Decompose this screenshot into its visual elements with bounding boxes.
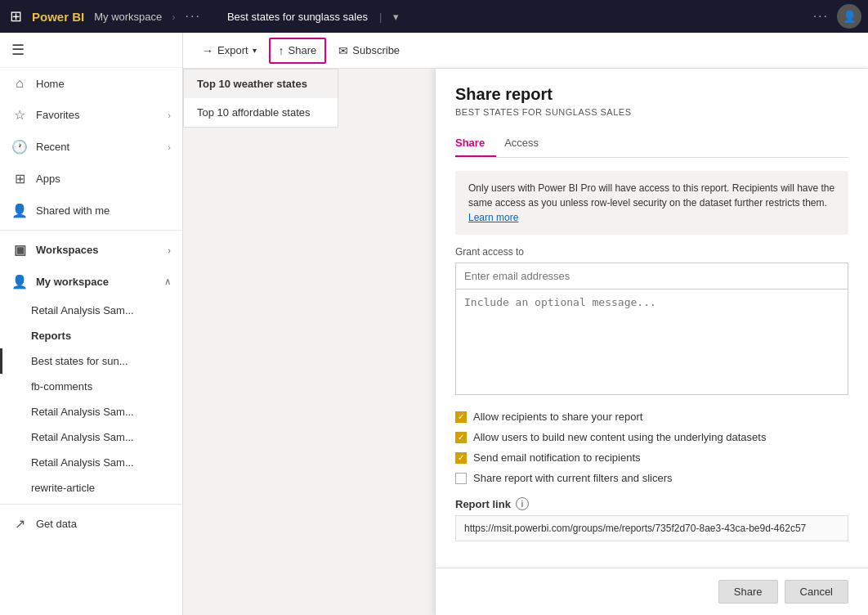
sidebar: ☰ ⌂ Home ☆ Favorites › 🕐 Recent › ⊞ Apps… — [0, 33, 183, 615]
message-textarea[interactable] — [455, 289, 848, 395]
workspace-link[interactable]: My workspace — [94, 11, 162, 23]
share-panel: Share report BEST STATES FOR SUNGLASS SA… — [436, 69, 868, 568]
recent-arrow-icon: › — [168, 142, 171, 152]
favorites-arrow-icon: › — [168, 110, 171, 120]
sidebar-item-favorites-label: Favorites — [36, 109, 79, 121]
learn-more-link[interactable]: Learn more — [468, 212, 518, 223]
breadcrumb-separator: › — [172, 11, 175, 23]
checkbox-send-email-input[interactable]: ✓ — [455, 452, 467, 464]
sidebar-item-apps-label: Apps — [36, 173, 60, 185]
checkbox-share-filters-label: Share report with current filters and sl… — [473, 472, 672, 484]
sidebar-item-favorites[interactable]: ☆ Favorites › — [0, 99, 182, 131]
sidebar-subitem-retail-4[interactable]: Retail Analysis Sam... — [0, 450, 182, 475]
checkbox-allow-share-label: Allow recipients to share your report — [473, 411, 642, 423]
sidebar-item-get-data-label: Get data — [36, 518, 77, 530]
sidebar-subitem-fb-comments[interactable]: fb-comments — [0, 374, 182, 399]
page-item-top-10-affordable[interactable]: Top 10 affordable states — [184, 98, 338, 127]
share-icon: ↑ — [279, 44, 284, 57]
main-layout: ☰ ⌂ Home ☆ Favorites › 🕐 Recent › ⊞ Apps… — [0, 33, 868, 615]
sidebar-toggle-button[interactable]: ☰ — [0, 33, 182, 68]
subscribe-label: Subscribe — [352, 44, 400, 56]
sidebar-item-get-data[interactable]: ↗ Get data — [0, 508, 182, 540]
cancel-button[interactable]: Cancel — [785, 580, 848, 604]
share-tabs: Share Access — [455, 130, 848, 158]
tab-access[interactable]: Access — [504, 130, 550, 157]
report-link-url[interactable]: https://msit.powerbi.com/groups/me/repor… — [455, 515, 848, 541]
checkbox-send-email-label: Send email notification to recipients — [473, 451, 641, 464]
sidebar-subitem-retail-2[interactable]: Retail Analysis Sam... — [0, 399, 182, 424]
title-pipe: | — [379, 11, 382, 23]
checkbox-share-filters: Share report with current filters and sl… — [455, 472, 848, 484]
favorites-icon: ☆ — [11, 107, 28, 123]
email-input[interactable] — [455, 263, 848, 289]
share-panel-overlay: Share report BEST STATES FOR SUNGLASS SA… — [435, 69, 868, 615]
export-chevron-icon: ▾ — [253, 46, 257, 55]
share-panel-subtitle: BEST STATES FOR SUNGLASS SALES — [455, 107, 848, 117]
share-footer: Share Cancel — [436, 568, 868, 615]
report-area: Top 10 weather states Top 10 affordable … — [183, 69, 868, 615]
sidebar-item-my-workspace-label: My workspace — [36, 276, 109, 288]
sidebar-divider — [0, 230, 182, 231]
page-item-top-10-weather[interactable]: Top 10 weather states — [184, 70, 338, 98]
sidebar-item-workspaces[interactable]: ▣ Workspaces › — [0, 234, 182, 266]
sidebar-item-home[interactable]: ⌂ Home — [0, 68, 182, 99]
checkbox-allow-share-input[interactable]: ✓ — [455, 411, 467, 423]
share-info-text: Only users with Power BI Pro will have a… — [468, 182, 834, 209]
my-workspace-arrow-icon: ∧ — [164, 276, 171, 287]
topbar-right: ··· 👤 — [813, 4, 861, 29]
share-panel-title: Share report — [455, 85, 848, 104]
tab-share[interactable]: Share — [455, 130, 496, 157]
get-data-icon: ↗ — [11, 516, 28, 532]
home-icon: ⌂ — [11, 76, 28, 91]
shared-icon: 👤 — [11, 203, 28, 218]
export-icon: → — [202, 44, 213, 57]
sidebar-item-home-label: Home — [36, 78, 65, 90]
sidebar-subitem-reports-header: Reports — [0, 323, 182, 348]
checkbox-allow-build: ✓ Allow users to build new content using… — [455, 431, 848, 443]
sidebar-item-shared-label: Shared with me — [36, 204, 110, 217]
checkbox-allow-build-input[interactable]: ✓ — [455, 432, 467, 443]
report-link-section: Report link i — [455, 497, 848, 510]
topbar-more-options[interactable]: ··· — [186, 9, 201, 24]
sidebar-subitem-rewrite-article[interactable]: rewrite-article — [0, 475, 182, 501]
recent-icon: 🕐 — [11, 139, 28, 155]
sidebar-item-workspaces-label: Workspaces — [36, 244, 98, 256]
workspaces-icon: ▣ — [11, 242, 28, 258]
grant-access-label: Grant access to — [455, 246, 848, 258]
my-workspace-subitems: Retail Analysis Sam... Reports Best stat… — [0, 298, 182, 501]
sidebar-subitem-best-states[interactable]: Best states for sun... — [0, 348, 182, 374]
sidebar-item-recent-label: Recent — [36, 141, 69, 153]
topbar-ellipsis-icon[interactable]: ··· — [813, 9, 829, 24]
report-link-label: Report link — [455, 498, 511, 510]
subscribe-button[interactable]: ✉ Subscribe — [329, 38, 409, 63]
checkbox-share-filters-input[interactable] — [455, 473, 467, 484]
pages-dropdown: Top 10 weather states Top 10 affordable … — [183, 69, 338, 128]
checkbox-send-email: ✓ Send email notification to recipients — [455, 451, 848, 464]
sidebar-item-my-workspace[interactable]: 👤 My workspace ∧ — [0, 266, 182, 298]
checkbox-allow-share: ✓ Allow recipients to share your report — [455, 411, 848, 423]
sidebar-item-apps[interactable]: ⊞ Apps — [0, 163, 182, 195]
topbar: ⊞ Power BI My workspace › ··· Best state… — [0, 0, 868, 33]
share-label: Share — [289, 44, 317, 56]
grid-icon[interactable]: ⊞ — [7, 4, 25, 29]
share-info-box: Only users with Power BI Pro will have a… — [455, 171, 848, 235]
checkbox-allow-build-label: Allow users to build new content using t… — [473, 431, 766, 443]
my-workspace-icon: 👤 — [11, 274, 28, 290]
user-avatar[interactable]: 👤 — [837, 4, 861, 29]
content-area: → Export ▾ ↑ Share ✉ Subscribe Top 10 we… — [183, 33, 868, 615]
export-button[interactable]: → Export ▾ — [193, 38, 266, 63]
sidebar-item-shared-with-me[interactable]: 👤 Shared with me — [0, 195, 182, 227]
report-link-info-icon[interactable]: i — [516, 497, 529, 510]
workspaces-arrow-icon: › — [168, 245, 171, 255]
sidebar-item-recent[interactable]: 🕐 Recent › — [0, 131, 182, 163]
sidebar-subitem-retail-3[interactable]: Retail Analysis Sam... — [0, 424, 182, 450]
sidebar-subitem-retail-1[interactable]: Retail Analysis Sam... — [0, 298, 182, 323]
share-submit-button[interactable]: Share — [718, 580, 778, 604]
brand-logo: Power BI — [32, 10, 84, 24]
subscribe-icon: ✉ — [338, 44, 348, 57]
share-button[interactable]: ↑ Share — [269, 38, 327, 64]
export-label: Export — [217, 44, 248, 56]
apps-icon: ⊞ — [11, 171, 28, 186]
sidebar-divider-2 — [0, 504, 182, 505]
title-chevron-icon[interactable]: ▾ — [393, 11, 399, 23]
